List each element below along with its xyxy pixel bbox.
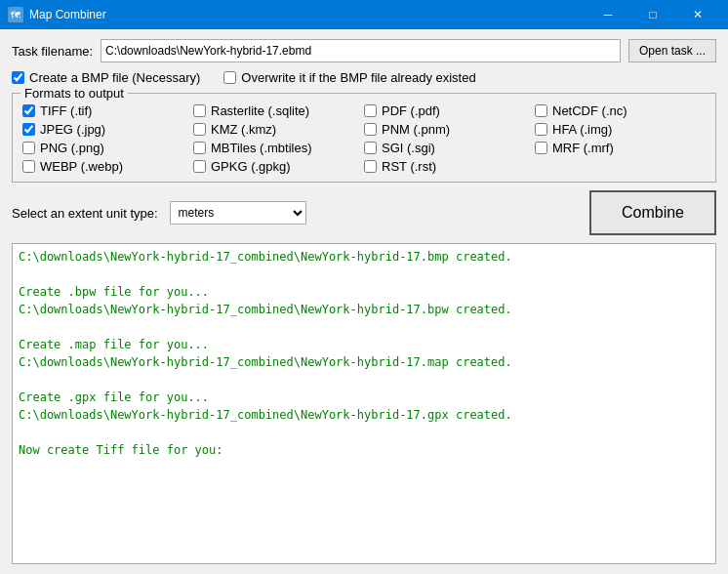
overwrite-label: Overwrite it if the BMP file already exi…	[241, 70, 475, 85]
log-line: C:\downloads\NewYork-hybrid-17_combined\…	[19, 406, 709, 424]
minimize-button[interactable]: ─	[586, 0, 630, 29]
format-checkbox-gpkg---gpkg-[interactable]	[193, 160, 206, 173]
title-bar: 🗺 Map Combiner ─ □ ✕	[0, 0, 728, 29]
format-checkbox-png---png-[interactable]	[22, 142, 35, 154]
create-bmp-label: Create a BMP file (Necessary)	[29, 70, 200, 85]
open-task-button[interactable]: Open task ...	[628, 39, 716, 62]
format-item: MBTiles (.mbtiles)	[193, 141, 364, 155]
format-checkbox-rst---rst-[interactable]	[364, 160, 377, 173]
formats-legend: Formats to output	[20, 86, 128, 101]
format-checkbox-webp---webp-[interactable]	[22, 160, 35, 173]
format-item: MRF (.mrf)	[535, 141, 706, 155]
format-item: PNM (.pnm)	[364, 122, 535, 137]
create-bmp-checkbox[interactable]	[12, 71, 24, 84]
format-label: PDF (.pdf)	[382, 103, 440, 118]
formats-group: Formats to output TIFF (.tif)Rasterlite …	[12, 93, 716, 183]
combine-button[interactable]: Combine	[589, 190, 716, 235]
format-checkbox-pnm---pnm-[interactable]	[364, 123, 377, 136]
format-checkbox-sgi---sgi-[interactable]	[364, 142, 377, 154]
format-label: Rasterlite (.sqlite)	[211, 103, 309, 118]
extent-select[interactable]: metersdegreesfeet	[170, 201, 306, 225]
task-filename-input[interactable]	[101, 39, 621, 62]
window-controls: ─ □ ✕	[586, 0, 720, 29]
log-line: Create .map file for you...	[19, 336, 709, 353]
close-button[interactable]: ✕	[675, 0, 720, 29]
log-line	[19, 424, 709, 441]
format-item: RST (.rst)	[364, 159, 535, 174]
format-checkbox-pdf---pdf-[interactable]	[364, 104, 377, 117]
format-label: NetCDF (.nc)	[552, 103, 627, 118]
format-label: SGI (.sgi)	[382, 141, 435, 155]
options-row: Create a BMP file (Necessary) Overwrite …	[12, 70, 716, 85]
extent-combine-row: Select an extent unit type: metersdegree…	[12, 190, 716, 235]
format-item: PDF (.pdf)	[364, 103, 535, 118]
format-checkbox-jpeg---jpg-[interactable]	[22, 123, 35, 136]
format-label: MBTiles (.mbtiles)	[211, 141, 312, 155]
maximize-button[interactable]: □	[630, 0, 675, 29]
format-label: WEBP (.webp)	[40, 159, 123, 174]
format-item: NetCDF (.nc)	[535, 103, 706, 118]
task-filename-label: Task filename:	[12, 44, 93, 59]
log-line: Create .bpw file for you...	[19, 283, 709, 301]
format-checkbox-netcdf---nc-[interactable]	[535, 104, 547, 117]
format-item: KMZ (.kmz)	[193, 122, 364, 137]
formats-grid: TIFF (.tif)Rasterlite (.sqlite)PDF (.pdf…	[22, 103, 706, 174]
format-label: MRF (.mrf)	[552, 141, 614, 155]
log-line	[19, 318, 709, 336]
format-item: WEBP (.webp)	[22, 159, 193, 174]
format-label: GPKG (.gpkg)	[211, 159, 291, 174]
format-label: PNG (.png)	[40, 141, 104, 155]
format-item: SGI (.sgi)	[364, 141, 535, 155]
main-content: Task filename: Open task ... Create a BM…	[0, 29, 728, 574]
format-checkbox-mbtiles---mbtiles-[interactable]	[193, 142, 206, 154]
format-label: PNM (.pnm)	[382, 122, 450, 137]
format-label: TIFF (.tif)	[40, 103, 92, 118]
format-item: PNG (.png)	[22, 141, 193, 155]
app-icon: 🗺	[8, 7, 23, 22]
log-line: Now create Tiff file for you:	[19, 441, 709, 459]
log-line	[19, 371, 709, 389]
log-line: C:\downloads\NewYork-hybrid-17_combined\…	[19, 301, 709, 318]
format-item: JPEG (.jpg)	[22, 122, 193, 137]
format-item: GPKG (.gpkg)	[193, 159, 364, 174]
overwrite-checkbox[interactable]	[223, 71, 236, 84]
format-item	[535, 159, 706, 174]
format-label: JPEG (.jpg)	[40, 122, 105, 137]
log-line: Create .gpx file for you...	[19, 389, 709, 406]
format-label: KMZ (.kmz)	[211, 122, 276, 137]
format-checkbox-kmz---kmz-[interactable]	[193, 123, 206, 136]
create-bmp-option: Create a BMP file (Necessary)	[12, 70, 200, 85]
format-item: HFA (.img)	[535, 122, 706, 137]
format-label: RST (.rst)	[382, 159, 436, 174]
format-label: HFA (.img)	[552, 122, 612, 137]
format-item: Rasterlite (.sqlite)	[193, 103, 364, 118]
output-log: C:\downloads\NewYork-hybrid-17_combined\…	[12, 243, 716, 564]
log-line: C:\downloads\NewYork-hybrid-17_combined\…	[19, 353, 709, 371]
log-line	[19, 266, 709, 283]
log-line: C:\downloads\NewYork-hybrid-17_combined\…	[19, 248, 709, 266]
format-item: TIFF (.tif)	[22, 103, 193, 118]
app-title: Map Combiner	[29, 8, 586, 21]
format-checkbox-mrf---mrf-[interactable]	[535, 142, 547, 154]
format-checkbox-rasterlite---sqlite-[interactable]	[193, 104, 206, 117]
extent-label: Select an extent unit type:	[12, 206, 158, 221]
format-checkbox-tiff---tif-[interactable]	[22, 104, 35, 117]
format-checkbox-hfa---img-[interactable]	[535, 123, 547, 136]
task-filename-row: Task filename: Open task ...	[12, 39, 716, 62]
overwrite-option: Overwrite it if the BMP file already exi…	[223, 70, 475, 85]
